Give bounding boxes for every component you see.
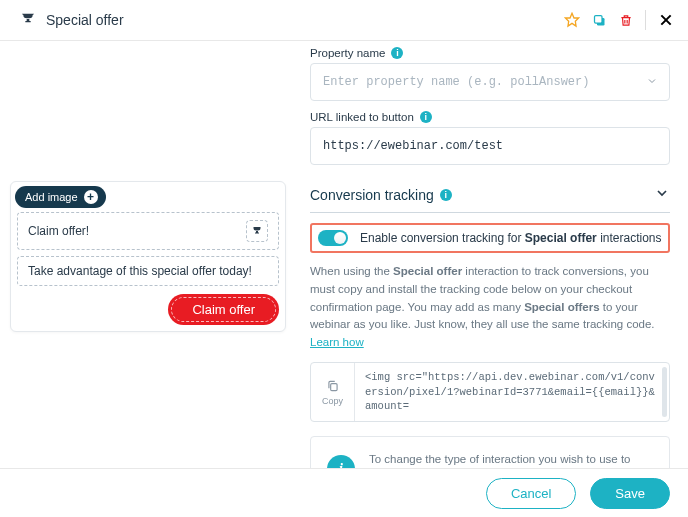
tracking-code-text[interactable]: <img src="https://api.dev.ewebinar.com/v… bbox=[355, 363, 669, 421]
scrollbar[interactable] bbox=[662, 367, 667, 417]
conversion-tracking-header[interactable]: Conversion tracking i bbox=[310, 179, 670, 213]
preview-panel: Add image + Claim offer! Take advantage … bbox=[0, 41, 300, 468]
headline-trophy-icon[interactable] bbox=[246, 220, 268, 242]
enable-tracking-highlight: Enable conversion tracking for Special o… bbox=[310, 223, 670, 253]
modal-header: Special offer bbox=[0, 0, 688, 41]
info-icon[interactable]: i bbox=[440, 189, 452, 201]
save-button[interactable]: Save bbox=[590, 478, 670, 509]
close-icon[interactable] bbox=[658, 12, 674, 28]
svg-rect-2 bbox=[595, 15, 603, 23]
enable-tracking-label: Enable conversion tracking for Special o… bbox=[360, 231, 662, 245]
headline-input[interactable]: Claim offer! bbox=[17, 212, 279, 250]
preview-card: Add image + Claim offer! Take advantage … bbox=[10, 181, 286, 332]
headline-text: Claim offer! bbox=[28, 224, 89, 238]
info-icon[interactable]: i bbox=[420, 111, 432, 123]
save-label: Save bbox=[615, 486, 645, 501]
subtext-text: Take advantage of this special offer tod… bbox=[28, 264, 252, 278]
conversion-heading: Conversion tracking bbox=[310, 187, 434, 203]
info-panel: i To change the type of interaction you … bbox=[310, 436, 670, 468]
copy-label: Copy bbox=[322, 396, 343, 406]
enable-tracking-toggle[interactable] bbox=[318, 230, 348, 246]
info-icon: i bbox=[327, 455, 355, 468]
url-label: URL linked to button i bbox=[310, 111, 670, 123]
subtext-input[interactable]: Take advantage of this special offer tod… bbox=[17, 256, 279, 286]
add-image-label: Add image bbox=[25, 191, 78, 203]
property-name-label: Property name i bbox=[310, 47, 670, 59]
svg-marker-0 bbox=[565, 13, 578, 26]
duplicate-icon[interactable] bbox=[592, 13, 607, 28]
add-image-button[interactable]: Add image + bbox=[15, 186, 106, 208]
star-icon[interactable] bbox=[564, 12, 580, 28]
delete-icon[interactable] bbox=[619, 13, 633, 28]
learn-how-link[interactable]: Learn how bbox=[310, 336, 364, 348]
tracking-code-box: Copy <img src="https://api.dev.ewebinar.… bbox=[310, 362, 670, 422]
divider bbox=[645, 10, 646, 30]
url-input[interactable] bbox=[310, 127, 670, 165]
settings-panel: Property name i URL linked to button i C… bbox=[300, 41, 688, 468]
claim-offer-label: Claim offer bbox=[192, 302, 255, 317]
cancel-button[interactable]: Cancel bbox=[486, 478, 576, 509]
tracking-helper-text: When using the Special offer interaction… bbox=[310, 263, 670, 352]
svg-rect-3 bbox=[330, 383, 336, 390]
info-message: To change the type of interaction you wi… bbox=[369, 451, 653, 468]
copy-code-button[interactable]: Copy bbox=[311, 363, 355, 421]
modal-title: Special offer bbox=[46, 12, 564, 28]
info-icon[interactable]: i bbox=[391, 47, 403, 59]
trophy-icon bbox=[20, 11, 36, 30]
plus-icon: + bbox=[84, 190, 98, 204]
cancel-label: Cancel bbox=[511, 486, 551, 501]
copy-icon bbox=[326, 379, 340, 393]
claim-offer-button[interactable]: Claim offer bbox=[168, 294, 279, 325]
modal-footer: Cancel Save bbox=[0, 468, 688, 517]
property-name-input[interactable] bbox=[310, 63, 670, 101]
chevron-down-icon bbox=[654, 185, 670, 204]
